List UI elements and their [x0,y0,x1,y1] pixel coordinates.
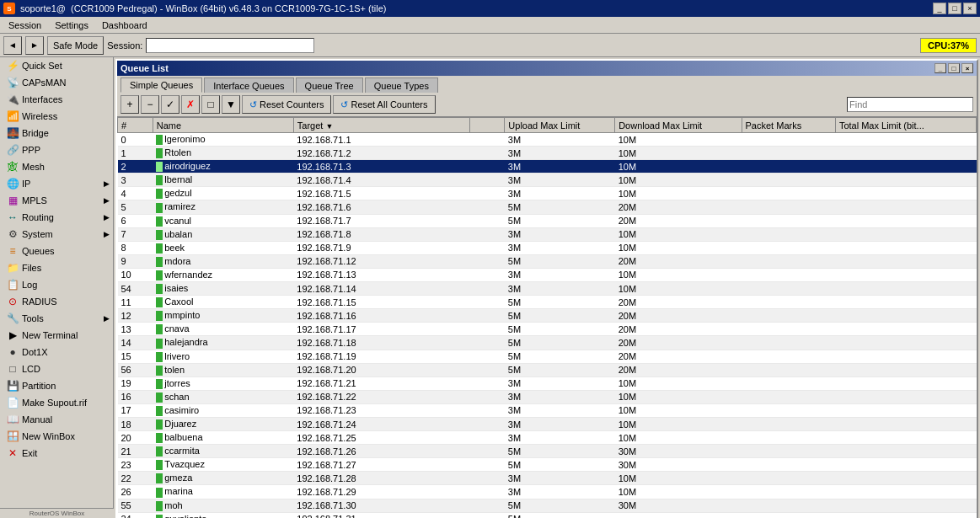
cell-marks [742,241,835,254]
table-row[interactable]: 23Tvazquez192.168.71.275M30M [118,458,977,472]
table-row[interactable]: 12mmpinto192.168.71.165M20M [118,309,977,323]
tab-simple-queues[interactable]: Simple Queues [120,77,202,93]
table-row[interactable]: 54isaies192.168.71.143M10M [118,282,977,296]
sidebar-item-radius[interactable]: ⊙RADIUS [0,293,113,310]
reset-all-counters-button[interactable]: ↺ Reset All Counters [333,95,435,114]
sidebar-item-capsman[interactable]: 📡CAPsMAN [0,74,113,91]
table-row[interactable]: 24guvaliente192.168.71.315M [118,512,977,518]
tab-queue-tree[interactable]: Queue Tree [296,77,363,93]
table-row[interactable]: 21ccarmita192.168.71.265M30M [118,445,977,458]
add-button[interactable]: + [120,95,139,114]
cell-total [835,187,976,200]
sidebar-item-dot1x[interactable]: ●Dot1X [0,344,113,360]
table-row[interactable]: 2airodriguez192.168.71.33M10M [118,160,977,174]
reset-counters-button[interactable]: ↺ Reset Counters [242,95,331,114]
sidebar-item-make-supout[interactable]: 📄Make Supout.rif [0,394,113,411]
table-row[interactable]: 16schan192.168.71.223M10M [118,390,977,403]
cell-upload: 5M [505,200,615,214]
sidebar-item-new-winbox[interactable]: 🪟New WinBox [0,428,113,445]
sidebar-item-mesh[interactable]: 🕸Mesh [0,158,113,175]
table-row[interactable]: 20balbuena192.168.71.253M10M [118,431,977,445]
sidebar-item-files[interactable]: 📁Files [0,259,113,276]
cell-name: Rtolen [153,147,293,160]
th-total[interactable]: Total Max Limit (bit... [835,118,976,133]
sidebar-item-lcd[interactable]: □LCD [0,360,113,377]
table-row[interactable]: 1Rtolen192.168.71.23M10M [118,147,977,160]
cell-name: schan [153,390,293,403]
menu-dashboard[interactable]: Dashboard [95,19,154,32]
table-row[interactable]: 22gmeza192.168.71.283M10M [118,472,977,485]
table-row[interactable]: 5ramirez192.168.71.65M20M [118,200,977,214]
forward-button[interactable]: ► [25,36,44,55]
th-download[interactable]: Download Max Limit [615,118,742,133]
table-row[interactable]: 4gedzul192.168.71.53M10M [118,187,977,200]
sidebar-item-manual[interactable]: 📖Manual [0,411,113,428]
disable-button[interactable]: ✗ [181,95,200,114]
th-num[interactable]: # [118,118,153,133]
sidebar-item-log[interactable]: 📋Log [0,276,113,293]
sidebar-item-ppp[interactable]: 🔗PPP [0,142,113,158]
sidebar-item-wireless[interactable]: 📶Wireless [0,108,113,125]
table-row[interactable]: 11Caxool192.168.71.155M20M [118,296,977,309]
menu-session[interactable]: Session [2,19,48,32]
table-row[interactable]: 13cnava192.168.71.175M20M [118,323,977,336]
th-name[interactable]: Name [153,118,293,133]
menu-settings[interactable]: Settings [48,19,95,32]
window-minimize[interactable]: _ [934,63,946,73]
sidebar-item-new-terminal[interactable]: ▶New Terminal [0,327,113,344]
sidebar-item-ip[interactable]: 🌐IP▶ [0,175,113,192]
sidebar-item-quick-set[interactable]: ⚡Quick Set [0,57,113,74]
table-row[interactable]: 0lgeronimo192.168.71.13M10M [118,133,977,147]
close-button[interactable]: × [963,3,977,14]
table-row[interactable]: 26marina192.168.71.293M10M [118,485,977,499]
sidebar-item-partition[interactable]: 💾Partition [0,377,113,394]
table-row[interactable]: 3lbernal192.168.71.43M10M [118,174,977,187]
sidebar-item-tools[interactable]: 🔧Tools▶ [0,310,113,327]
table-row[interactable]: 8beek192.168.71.93M10M [118,241,977,254]
sidebar-item-routing[interactable]: ↔Routing▶ [0,209,113,226]
table-row[interactable]: 6vcanul192.168.71.75M20M [118,214,977,227]
tab-interface-queues[interactable]: Interface Queues [204,77,293,93]
tab-queue-types[interactable]: Queue Types [365,77,438,93]
th-arrow[interactable] [469,118,505,133]
sidebar-item-interfaces[interactable]: 🔌Interfaces [0,91,113,108]
table-row[interactable]: 7ubalan192.168.71.83M10M [118,227,977,241]
make-supout-icon: 📄 [7,397,19,409]
tools-icon: 🔧 [7,312,19,324]
find-input[interactable] [847,97,973,112]
sidebar-item-queues[interactable]: ≡Queues [0,243,113,259]
table-row[interactable]: 15lrivero192.168.71.195M20M [118,350,977,363]
table-row[interactable]: 18Djuarez192.168.71.243M10M [118,417,977,430]
th-target[interactable]: Target ▼ [293,118,469,133]
sidebar-item-exit[interactable]: ✕Exit [0,445,113,462]
remove-button[interactable]: − [141,95,159,114]
th-upload[interactable]: Upload Max Limit [505,118,615,133]
cell-download: 20M [615,200,742,214]
table-row[interactable]: 56tolen192.168.71.205M20M [118,363,977,376]
session-input[interactable] [146,38,314,53]
minimize-button[interactable]: _ [933,3,946,14]
sidebar-item-system[interactable]: ⚙System▶ [0,226,113,243]
copy-button[interactable]: □ [201,95,220,114]
table-row[interactable]: 10wfernandez192.168.71.133M10M [118,268,977,281]
th-marks[interactable]: Packet Marks [742,118,835,133]
table-row[interactable]: 17casimiro192.168.71.233M10M [118,403,977,417]
sidebar-item-mpls[interactable]: ▦MPLS▶ [0,192,113,209]
status-icon [156,270,163,280]
enable-button[interactable]: ✓ [161,95,179,114]
table-row[interactable]: 19jtorres192.168.71.213M10M [118,376,977,390]
sidebar-item-bridge[interactable]: 🌉Bridge [0,125,113,142]
safe-mode-button[interactable]: Safe Mode [47,36,104,55]
table-row[interactable]: 14halejandra192.168.71.185M20M [118,336,977,350]
table-row[interactable]: 9mdora192.168.71.125M20M [118,254,977,268]
cell-direction [469,376,505,390]
back-button[interactable]: ◄ [3,36,22,55]
table-row[interactable]: 55moh192.168.71.305M30M [118,499,977,512]
cell-name: Djuarez [153,417,293,430]
window-restore[interactable]: □ [948,63,960,73]
queue-table-container[interactable]: # Name Target ▼ Upload Max Limit Downloa… [117,117,977,518]
filter-button[interactable]: ▼ [222,95,240,114]
window-close[interactable]: × [961,63,973,73]
maximize-button[interactable]: □ [948,3,961,14]
cell-upload: 5M [505,254,615,268]
